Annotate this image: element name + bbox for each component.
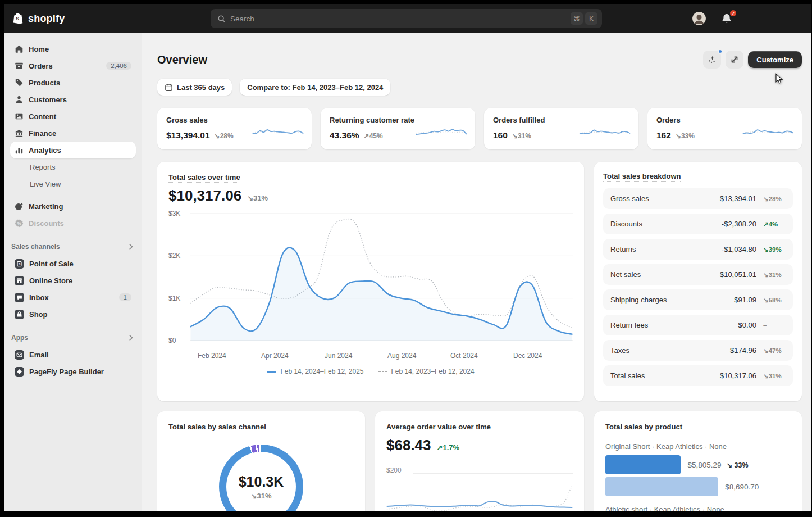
chevron-right-icon[interactable] bbox=[127, 243, 135, 251]
search-input[interactable] bbox=[230, 15, 568, 23]
compare-to-label: Compare to: Feb 14, 2023–Feb 12, 2024 bbox=[247, 83, 383, 92]
email-icon bbox=[15, 350, 24, 360]
metric-delta: ↘31% bbox=[512, 132, 531, 140]
bottom-cards-row: Total sales by sales channel $10.3K ↘31%… bbox=[157, 411, 802, 511]
orders-count-badge: 2,406 bbox=[106, 62, 131, 70]
legend-solid-swatch bbox=[267, 371, 276, 373]
sidebar-item-analytics[interactable]: Analytics bbox=[10, 142, 136, 158]
sidebar-item-live-view[interactable]: Live View bbox=[10, 175, 136, 192]
sidebar-item-label: Inbox bbox=[29, 293, 49, 302]
insights-notification-dot bbox=[718, 49, 723, 54]
filter-bar: Last 365 days Compare to: Feb 14, 2023–F… bbox=[157, 79, 802, 96]
sidebar-item-point-of-sale[interactable]: S Point of Sale bbox=[10, 255, 136, 272]
sidebar-item-customers[interactable]: Customers bbox=[10, 91, 136, 108]
total-sales-delta: ↘31% bbox=[247, 194, 268, 202]
legend-dotted-swatch bbox=[378, 371, 387, 372]
sidebar-item-marketing[interactable]: Marketing bbox=[10, 198, 136, 215]
metric-card-returning-customer-rate[interactable]: Returning customer rate 43.36% ↗45% bbox=[321, 108, 475, 149]
shopify-bag-icon: S bbox=[11, 12, 25, 25]
metric-card-orders-fulfilled[interactable]: Orders fulfilled 160 ↘31% bbox=[484, 108, 638, 149]
metric-card-gross-sales[interactable]: Gross sales $13,394.01 ↘28% bbox=[157, 108, 312, 149]
topbar-actions: 7 bbox=[692, 4, 811, 33]
sidebar-item-email[interactable]: Email bbox=[10, 346, 136, 363]
apps-section: Apps bbox=[11, 332, 135, 344]
sidebar-item-products[interactable]: Products bbox=[10, 74, 136, 91]
online-store-icon bbox=[15, 276, 24, 285]
breakdown-row-total-sales: Total sales $10,317.06 ↘31% bbox=[603, 365, 793, 386]
sales-by-product-card: Total sales by product Original Short · … bbox=[594, 411, 802, 511]
metric-value: 160 bbox=[493, 130, 508, 140]
aov-chart-area: $200 bbox=[386, 462, 573, 511]
metric-cards-row: Gross sales $13,394.01 ↘28% Returning cu… bbox=[157, 108, 802, 149]
notifications-button[interactable]: 7 bbox=[721, 13, 732, 24]
compare-to-button[interactable]: Compare to: Feb 14, 2023–Feb 12, 2024 bbox=[240, 79, 390, 96]
sidebar-item-content[interactable]: Content bbox=[10, 108, 136, 125]
sidebar-item-finance[interactable]: Finance bbox=[10, 125, 136, 142]
person-icon bbox=[15, 95, 24, 104]
chevron-right-icon[interactable] bbox=[127, 334, 135, 342]
sidebar-item-label: Home bbox=[29, 45, 49, 53]
sidebar-item-label: Discounts bbox=[29, 219, 64, 228]
breakdown-row-discounts: Discounts -$2,308.20 ↗4% bbox=[603, 214, 793, 234]
shopify-logo[interactable]: S shopify bbox=[4, 12, 65, 25]
metric-title: Returning customer rate bbox=[330, 116, 414, 125]
date-range-label: Last 365 days bbox=[177, 83, 225, 92]
channel-donut-chart: $10.3K ↘31% bbox=[219, 445, 303, 511]
legend-previous-period: Feb 14, 2023–Feb 12, 2024 bbox=[378, 368, 475, 375]
breakdown-row-taxes: Taxes $174.96 ↘47% bbox=[603, 340, 793, 361]
total-sales-chart-area: $3K $2K $1K $0 Feb 2024 Apr 2024 Jun 202… bbox=[168, 209, 573, 364]
aov-value: $68.43 bbox=[386, 437, 431, 454]
calendar-icon bbox=[165, 83, 173, 92]
insights-button[interactable] bbox=[703, 51, 721, 69]
sidebar-item-label: Finance bbox=[29, 129, 56, 138]
sidebar-item-label: Reports bbox=[30, 163, 56, 171]
metric-delta: ↘33% bbox=[676, 132, 695, 140]
x-axis-tick: Dec 2024 bbox=[513, 352, 542, 360]
total-sales-line-chart bbox=[190, 209, 573, 348]
breakdown-row-gross-sales: Gross sales $13,394.01 ↘28% bbox=[603, 188, 793, 209]
sidebar-item-orders[interactable]: Orders 2,406 bbox=[10, 57, 136, 74]
top-bar: S shopify ⌘ K 7 bbox=[4, 4, 811, 33]
metric-title: Gross sales bbox=[166, 116, 208, 125]
sidebar-item-label: Customers bbox=[29, 96, 67, 104]
shop-bag-icon bbox=[15, 310, 24, 319]
x-axis-tick: Jun 2024 bbox=[325, 352, 352, 360]
channel-chart-title: Total sales by sales channel bbox=[168, 423, 266, 432]
svg-text:S: S bbox=[19, 262, 21, 265]
sidebar-item-pagefly[interactable]: PageFly Page Builder bbox=[10, 363, 136, 380]
y-axis-tick: $2K bbox=[168, 252, 188, 260]
sidebar-item-discounts[interactable]: % Discounts bbox=[10, 215, 136, 232]
orders-sparkline bbox=[742, 122, 794, 144]
inbox-count-badge: 1 bbox=[119, 293, 131, 301]
sidebar-item-inbox[interactable]: Inbox 1 bbox=[10, 289, 136, 306]
aov-y-axis-tick: $200 bbox=[386, 466, 405, 474]
notification-count-badge: 7 bbox=[729, 9, 737, 17]
shopify-admin-window: S shopify ⌘ K 7 Home bbox=[4, 4, 811, 511]
sidebar-item-label: Orders bbox=[29, 62, 53, 70]
breakdown-rows: Gross sales $13,394.01 ↘28% Discounts -$… bbox=[603, 188, 793, 386]
customize-button[interactable]: Customize bbox=[748, 51, 802, 68]
orders-fulfilled-sparkline bbox=[579, 122, 631, 144]
charts-row: Total sales over time $10,317.06 ↘31% $3… bbox=[157, 162, 802, 401]
sidebar-item-online-store[interactable]: Online Store bbox=[10, 272, 136, 289]
expand-button[interactable] bbox=[726, 51, 743, 69]
metric-title: Orders fulfilled bbox=[493, 116, 545, 125]
product-label: Original Short · Keap Athletics · None bbox=[605, 442, 791, 451]
target-icon bbox=[15, 202, 24, 211]
x-axis-tick: Aug 2024 bbox=[387, 352, 416, 360]
sidebar-item-shop[interactable]: Shop bbox=[10, 306, 136, 323]
metric-value: 162 bbox=[656, 130, 671, 140]
metric-card-orders[interactable]: Orders 162 ↘33% bbox=[647, 108, 802, 149]
avatar[interactable] bbox=[692, 11, 706, 26]
y-axis-tick: $1K bbox=[168, 294, 188, 302]
y-axis-tick: $3K bbox=[168, 210, 188, 217]
k-key-badge: K bbox=[585, 12, 597, 25]
global-search[interactable]: ⌘ K bbox=[211, 9, 602, 28]
sidebar-item-home[interactable]: Home bbox=[10, 40, 136, 57]
header-actions: Customize bbox=[703, 51, 802, 69]
orders-icon bbox=[15, 61, 24, 70]
sales-channels-section: Sales channels bbox=[11, 241, 135, 253]
date-range-button[interactable]: Last 365 days bbox=[157, 79, 232, 96]
page-title: Overview bbox=[157, 53, 207, 66]
sidebar-item-reports[interactable]: Reports bbox=[10, 158, 136, 175]
